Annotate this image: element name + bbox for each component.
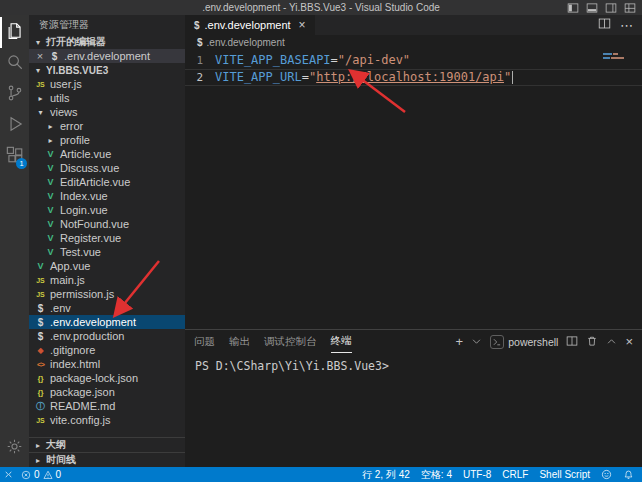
close-panel-icon[interactable]: × (625, 335, 633, 348)
feedback-smiley-icon[interactable] (601, 469, 612, 480)
chevron-down-icon: ▾ (33, 38, 43, 47)
project-name: YI.BBS.VUE3 (46, 65, 108, 76)
indentation[interactable]: 空格: 4 (421, 468, 452, 482)
tree-item-Test.vue[interactable]: VTest.vue (29, 245, 185, 259)
files-icon (6, 22, 24, 44)
shell-name: powershell (508, 336, 558, 348)
open-editor-item[interactable]: × $ .env.development (29, 49, 185, 63)
file-name: vite.config.js (50, 414, 111, 426)
file-tree: JSuser.js▸utils▾views▸error▸profileVArti… (29, 77, 185, 437)
tree-item-package.json[interactable]: {}package.json (29, 385, 185, 399)
sidebar-title: 资源管理器 (29, 15, 185, 35)
warning-count: 0 (56, 469, 62, 480)
tree-item-.gitignore[interactable]: ◆.gitignore (29, 343, 185, 357)
json-file-icon: {} (35, 374, 46, 383)
tree-item-App.vue[interactable]: VApp.vue (29, 259, 185, 273)
tree-item-EditArticle.vue[interactable]: VEditArticle.vue (29, 175, 185, 189)
file-name: Discuss.vue (60, 162, 119, 174)
tab-env-development[interactable]: $ .env.development × (185, 15, 315, 35)
cursor-position[interactable]: 行 2, 列 42 (362, 468, 410, 482)
maximize-panel-icon[interactable] (606, 333, 617, 351)
tree-item-index.html[interactable]: <>index.html (29, 357, 185, 371)
toggle-panel-icon[interactable] (586, 2, 598, 14)
tree-item-Article.vue[interactable]: VArticle.vue (29, 147, 185, 161)
problems-status[interactable]: 0 0 (21, 469, 61, 480)
language-mode[interactable]: Shell Script (539, 469, 590, 480)
tree-item-README.md[interactable]: ⓘREADME.md (29, 399, 185, 413)
tree-item-Register.vue[interactable]: VRegister.vue (29, 231, 185, 245)
toggle-sidebar-icon[interactable] (567, 2, 579, 14)
terminal-output[interactable]: PS D:\CSharp\Yi\Yi.BBS.Vue3> (185, 353, 642, 467)
split-terminal-icon[interactable] (566, 333, 578, 351)
timeline-section[interactable]: ▸ 时间线 (29, 452, 185, 467)
code-editor[interactable]: 1VITE_APP_BASEAPI="/api-dev" 2VITE_APP_U… (185, 50, 642, 329)
activity-explorer[interactable] (0, 17, 29, 48)
eol-sequence[interactable]: CRLF (502, 469, 528, 480)
shell-file-icon: $ (49, 51, 60, 62)
encoding[interactable]: UTF-8 (463, 469, 491, 480)
open-editors-header[interactable]: ▾ 打开的编辑器 (29, 35, 185, 49)
url-link[interactable]: http://localhost:19001/api (316, 69, 504, 86)
outline-label: 大纲 (46, 438, 66, 452)
file-name: Article.vue (60, 148, 111, 160)
tree-item-Login.vue[interactable]: VLogin.vue (29, 203, 185, 217)
tree-item-permission.js[interactable]: JSpermission.js (29, 287, 185, 301)
activity-search[interactable] (0, 48, 29, 79)
js-file-icon: JS (35, 277, 46, 284)
shell-file-icon: $ (35, 331, 46, 342)
toggle-secondary-sidebar-icon[interactable] (605, 2, 617, 14)
new-terminal-icon[interactable]: + (456, 335, 464, 348)
tree-item-error[interactable]: ▸error (29, 119, 185, 133)
project-section-header[interactable]: ▾ YI.BBS.VUE3 (29, 63, 185, 77)
tree-item-NotFound.vue[interactable]: VNotFound.vue (29, 217, 185, 231)
status-bar: 0 0 行 2, 列 42 空格: 4 UTF-8 CRLF Shell Scr… (0, 467, 642, 482)
breadcrumb[interactable]: $ .env.development (185, 35, 642, 50)
outline-section[interactable]: ▸ 大纲 (29, 437, 185, 452)
more-actions-icon[interactable]: ⋯ (620, 19, 633, 32)
panel-tab-输出[interactable]: 输出 (229, 330, 250, 353)
tree-item-.env.development[interactable]: $.env.development (29, 315, 185, 329)
tree-item-profile[interactable]: ▸profile (29, 133, 185, 147)
run-debug-icon (6, 115, 24, 137)
tree-item-user.js[interactable]: JSuser.js (29, 77, 185, 91)
tree-item-.env[interactable]: $.env (29, 301, 185, 315)
close-icon[interactable]: × (299, 18, 306, 32)
file-name: README.md (50, 400, 115, 412)
tree-item-.env.production[interactable]: $.env.production (29, 329, 185, 343)
file-name: .env.production (50, 330, 124, 342)
quote: " (309, 69, 316, 86)
open-editors-label: 打开的编辑器 (46, 35, 106, 49)
text-cursor (512, 71, 513, 84)
panel-tab-调试控制台[interactable]: 调试控制台 (264, 330, 317, 353)
panel-tab-终端[interactable]: 终端 (331, 330, 352, 353)
chevron-down-icon[interactable] (471, 333, 482, 351)
terminal-shell-selector[interactable]: powershell (490, 335, 558, 349)
search-icon (6, 53, 24, 75)
kill-terminal-icon[interactable] (586, 333, 598, 351)
shell-file-icon: $ (35, 317, 46, 328)
activity-extensions[interactable]: 1 (0, 141, 29, 172)
remote-indicator[interactable] (3, 469, 14, 480)
activity-source-control[interactable] (0, 79, 29, 110)
tree-item-package-lock.json[interactable]: {}package-lock.json (29, 371, 185, 385)
file-name: package.json (50, 386, 115, 398)
settings-button[interactable] (0, 433, 29, 464)
activity-run-debug[interactable] (0, 110, 29, 141)
tree-item-views[interactable]: ▾views (29, 105, 185, 119)
tree-item-utils[interactable]: ▸utils (29, 91, 185, 105)
close-icon[interactable]: × (35, 50, 45, 62)
tree-item-Discuss.vue[interactable]: VDiscuss.vue (29, 161, 185, 175)
panel-tabs: 问题输出调试控制台终端 (194, 330, 352, 353)
tree-item-vite.config.js[interactable]: JSvite.config.js (29, 413, 185, 427)
panel-tab-问题[interactable]: 问题 (194, 330, 215, 353)
minimap[interactable] (603, 53, 639, 61)
tree-item-main.js[interactable]: JSmain.js (29, 273, 185, 287)
split-editor-icon[interactable] (598, 16, 611, 34)
tree-item-Index.vue[interactable]: VIndex.vue (29, 189, 185, 203)
notifications-bell-icon[interactable] (623, 469, 634, 480)
breadcrumb-item: .env.development (207, 37, 285, 48)
customize-layout-icon[interactable] (624, 2, 636, 14)
error-count: 0 (34, 469, 40, 480)
vue-file-icon: V (45, 191, 56, 201)
file-name: NotFound.vue (60, 218, 129, 230)
